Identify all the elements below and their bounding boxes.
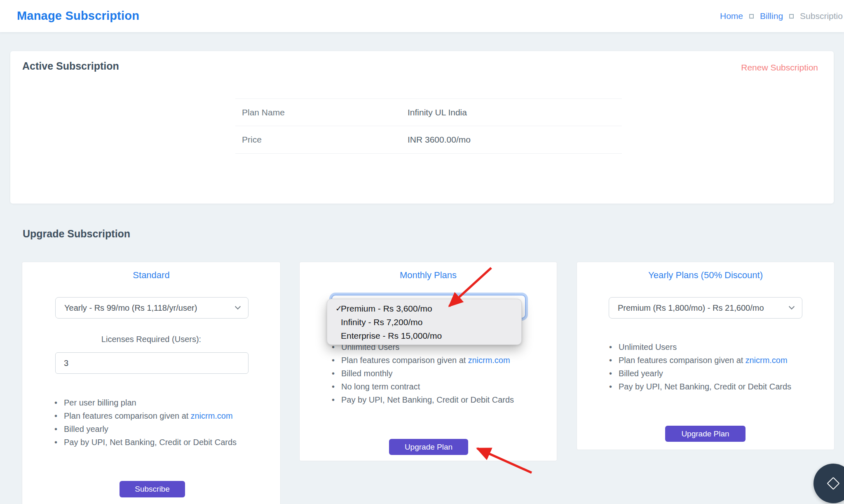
feature-item: Pay by UPI, Net Banking, Credit or Debit… — [54, 436, 237, 449]
licenses-required-label: Licenses Required (Users): — [22, 335, 280, 344]
dropdown-option-enterprise[interactable]: Enterprise - Rs 15,000/mo — [327, 329, 521, 342]
standard-plan-select[interactable]: Yearly - Rs 99/mo (Rs 1,118/yr/user) — [55, 297, 249, 319]
monthly-plan-card: Monthly Plans ✓ Premium - Rs 3,600/mo In… — [299, 262, 557, 461]
yearly-plan-title: Yearly Plans (50% Discount) — [577, 270, 834, 281]
feature-item: Billed yearly — [609, 367, 791, 380]
page-title: Manage Subscription — [17, 9, 139, 23]
manage-subscription-page: Manage Subscription Home Billing Subscri… — [0, 0, 844, 504]
breadcrumb: Home Billing Subscriptio — [720, 0, 843, 32]
header-bar: Manage Subscription Home Billing Subscri… — [0, 0, 844, 32]
active-subscription-card: Active Subscription Renew Subscription P… — [10, 51, 834, 204]
feature-item: Plan features comparison given atznicrm.… — [54, 409, 237, 422]
monthly-plan-title: Monthly Plans — [300, 270, 557, 281]
feature-item: Pay by UPI, Net Banking, Credit or Debit… — [609, 380, 791, 393]
price-value: INR 3600.00/mo — [408, 135, 471, 145]
yearly-plan-select-value: Premium (Rs 1,800/mo) - Rs 21,600/mo — [618, 303, 764, 313]
znicrm-link[interactable]: znicrm.com — [190, 411, 232, 420]
monthly-plan-dropdown-menu: ✓ Premium - Rs 3,600/mo Infinity - Rs 7,… — [327, 299, 522, 345]
yearly-feature-list: Unlimited Users Plan features comparison… — [609, 340, 791, 393]
renew-subscription-link[interactable]: Renew Subscription — [741, 63, 818, 73]
breadcrumb-separator-icon — [749, 14, 754, 19]
plan-name-label: Plan Name — [235, 108, 408, 117]
chat-widget-button[interactable] — [814, 464, 844, 503]
feature-item: No long term contract — [332, 380, 514, 393]
upgrade-plan-button-monthly[interactable]: Upgrade Plan — [389, 439, 468, 455]
standard-plan-select-value: Yearly - Rs 99/mo (Rs 1,118/yr/user) — [64, 303, 197, 313]
yearly-plan-card: Yearly Plans (50% Discount) Premium (Rs … — [577, 262, 835, 450]
chevron-down-icon — [789, 304, 795, 309]
breadcrumb-home-link[interactable]: Home — [720, 11, 743, 21]
upgrade-plan-button-yearly[interactable]: Upgrade Plan — [665, 426, 746, 442]
upgrade-subscription-heading: Upgrade Subscription — [23, 228, 130, 240]
table-row: Plan Name Infinity UL India — [235, 98, 622, 126]
yearly-plan-select[interactable]: Premium (Rs 1,800/mo) - Rs 21,600/mo — [609, 297, 802, 319]
diamond-icon — [827, 477, 839, 490]
standard-feature-list: Per user billing plan Plan features comp… — [54, 396, 237, 449]
plan-details-table: Plan Name Infinity UL India Price INR 36… — [235, 98, 622, 154]
plan-name-value: Infinity UL India — [408, 108, 467, 117]
check-icon: ✓ — [327, 304, 341, 313]
subscribe-button[interactable]: Subscribe — [120, 481, 185, 497]
price-label: Price — [235, 135, 408, 145]
chevron-down-icon — [235, 304, 241, 309]
active-subscription-heading: Active Subscription — [22, 60, 119, 72]
breadcrumb-separator-icon — [789, 14, 794, 19]
feature-item: Per user billing plan — [54, 396, 237, 409]
standard-plan-title: Standard — [22, 270, 280, 281]
licenses-input[interactable] — [55, 352, 249, 374]
table-row: Price INR 3600.00/mo — [235, 126, 622, 154]
dropdown-option-infinity[interactable]: Infinity - Rs 7,200/mo — [327, 315, 521, 329]
breadcrumb-billing-link[interactable]: Billing — [760, 11, 783, 21]
feature-item: Unlimited Users — [609, 340, 791, 354]
feature-item: Plan features comparison given atznicrm.… — [609, 354, 791, 367]
feature-item: Billed monthly — [332, 367, 514, 380]
feature-item: Billed yearly — [54, 422, 237, 436]
znicrm-link[interactable]: znicrm.com — [468, 356, 510, 365]
breadcrumb-current-page: Subscriptio — [800, 11, 843, 21]
feature-item: Pay by UPI, Net Banking, Credit or Debit… — [332, 393, 514, 406]
dropdown-option-premium[interactable]: ✓ Premium - Rs 3,600/mo — [327, 302, 521, 315]
znicrm-link[interactable]: znicrm.com — [745, 356, 787, 365]
feature-item: Plan features comparison given atznicrm.… — [332, 354, 514, 367]
monthly-feature-list: Unlimited Users Plan features comparison… — [332, 340, 514, 406]
standard-plan-card: Standard Yearly - Rs 99/mo (Rs 1,118/yr/… — [22, 262, 281, 504]
